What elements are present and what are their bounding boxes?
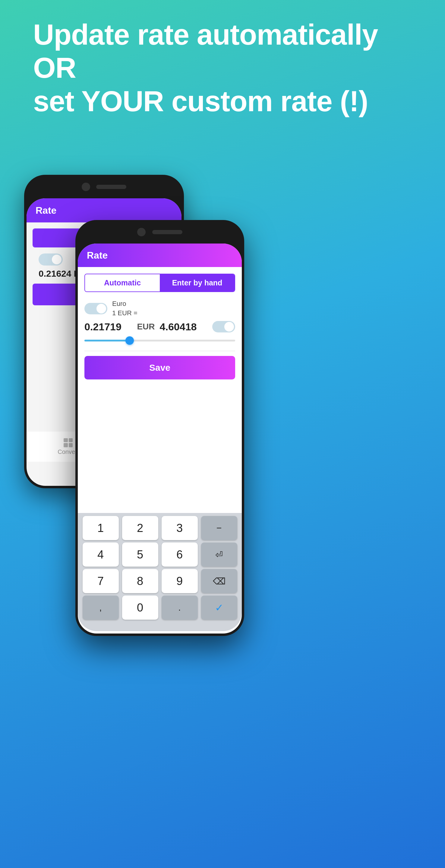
rate-values-row: 0.21719 EUR 4.60418 (84, 321, 235, 333)
rate-val-right: 4.60418 (160, 321, 212, 333)
rate-slider[interactable] (84, 335, 235, 346)
toggle-knob-on-fg (224, 322, 234, 332)
slider-track (84, 340, 235, 341)
key-row-2: 4 5 6 ⏎ (81, 542, 239, 567)
key-5[interactable]: 5 (122, 542, 158, 567)
key-4[interactable]: 4 (83, 542, 119, 567)
key-9[interactable]: 9 (161, 569, 198, 593)
key-confirm[interactable]: ✓ (201, 595, 237, 620)
tab-row-fg[interactable]: Automatic Enter by hand (84, 274, 235, 292)
key-row-3: 7 8 9 ⌫ (81, 569, 239, 593)
camera-icon (82, 183, 90, 191)
key-row-4: , 0 . ✓ (81, 595, 239, 620)
key-minus[interactable]: − (201, 516, 237, 540)
speaker-icon (96, 185, 126, 189)
key-7[interactable]: 7 (83, 569, 119, 593)
toggle-knob-bg (52, 255, 61, 264)
rate-currency: EUR (137, 322, 155, 332)
notch-bg (24, 175, 184, 199)
headline-line3: set YOUR custom rate (!) (33, 85, 412, 118)
key-row-1: 1 2 3 − (81, 516, 239, 540)
euro-formula: 1 EUR = (112, 309, 138, 318)
headline-line1: Update rate automatically (33, 18, 412, 51)
key-1[interactable]: 1 (83, 516, 119, 540)
slider-thumb[interactable] (125, 336, 134, 345)
toggle-on-fg[interactable] (212, 321, 235, 333)
camera-fg-icon (137, 228, 146, 236)
toggle-bg[interactable] (38, 253, 63, 266)
slider-fill (84, 340, 130, 341)
headline-line2: OR (33, 51, 412, 84)
speaker-fg-icon (152, 230, 182, 234)
screen-content-fg: Automatic Enter by hand Euro 1 EUR = 0.2… (78, 267, 242, 379)
key-8[interactable]: 8 (122, 569, 158, 593)
grid-icon (64, 438, 73, 447)
rate-val-left: 0.21719 (84, 321, 137, 333)
key-0[interactable]: 0 (122, 595, 158, 620)
key-6[interactable]: 6 (161, 542, 198, 567)
toggle-knob-fg (96, 304, 106, 313)
keyboard: 1 2 3 − 4 5 6 ⏎ 7 8 9 ⌫ , 0 . ✓ (78, 513, 242, 631)
app-bar-fg-title: Rate (87, 250, 108, 261)
notch-fg (76, 220, 244, 244)
key-3[interactable]: 3 (161, 516, 198, 540)
euro-label: Euro (112, 299, 138, 309)
key-comma[interactable]: , (83, 595, 119, 620)
divider (84, 351, 235, 351)
key-backspace[interactable]: ⌫ (201, 569, 237, 593)
toggle-fg[interactable] (84, 303, 107, 314)
tab-auto-fg[interactable]: Automatic (85, 274, 160, 291)
euro-info: Euro 1 EUR = (112, 299, 138, 318)
phone-fg-screen: Rate Automatic Enter by hand Euro 1 EUR … (78, 244, 242, 633)
tab-hand-fg[interactable]: Enter by hand (160, 274, 235, 291)
save-btn-fg[interactable]: Save (84, 356, 235, 379)
app-bar-bg: Rate (27, 198, 181, 222)
app-bar-bg-title: Rate (36, 205, 56, 216)
rate-toggle-row: Euro 1 EUR = (84, 299, 235, 318)
phone-foreground: Rate Automatic Enter by hand Euro 1 EUR … (76, 220, 244, 636)
headline: Update rate automatically OR set YOUR cu… (33, 18, 412, 118)
key-enter[interactable]: ⏎ (201, 542, 237, 567)
app-bar-fg: Rate (78, 244, 242, 267)
key-2[interactable]: 2 (122, 516, 158, 540)
key-dot[interactable]: . (161, 595, 198, 620)
